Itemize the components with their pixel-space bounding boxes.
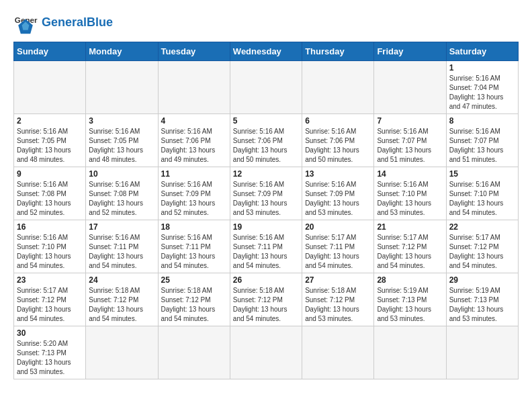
sunrise-text: Sunrise: 5:16 AM	[233, 127, 299, 136]
daylight-text: Daylight: 13 hours and 54 minutes.	[233, 305, 299, 324]
calendar-cell	[230, 326, 302, 379]
calendar-cell	[230, 61, 302, 114]
sunset-text: Sunset: 7:13 PM	[17, 349, 83, 358]
calendar-cell: 9Sunrise: 5:16 AMSunset: 7:08 PMDaylight…	[14, 167, 86, 220]
day-number: 29	[449, 275, 515, 285]
day-number: 18	[161, 222, 227, 232]
calendar-cell: 2Sunrise: 5:16 AMSunset: 7:05 PMDaylight…	[14, 114, 86, 167]
day-info: Sunrise: 5:20 AMSunset: 7:13 PMDaylight:…	[17, 339, 83, 377]
daylight-text: Daylight: 13 hours and 54 minutes.	[89, 252, 154, 271]
calendar-cell: 19Sunrise: 5:16 AMSunset: 7:11 PMDayligh…	[230, 220, 302, 273]
day-info: Sunrise: 5:16 AMSunset: 7:11 PMDaylight:…	[161, 233, 227, 271]
day-info: Sunrise: 5:18 AMSunset: 7:12 PMDaylight:…	[233, 286, 299, 324]
sunrise-text: Sunrise: 5:16 AM	[305, 180, 371, 189]
header: General GeneralBlue	[13, 11, 519, 35]
daylight-text: Daylight: 13 hours and 48 minutes.	[89, 146, 154, 165]
calendar-cell: 8Sunrise: 5:16 AMSunset: 7:07 PMDaylight…	[446, 114, 518, 167]
daylight-text: Daylight: 13 hours and 53 minutes.	[305, 305, 371, 324]
day-info: Sunrise: 5:16 AMSunset: 7:08 PMDaylight:…	[89, 180, 154, 218]
calendar-cell: 30Sunrise: 5:20 AMSunset: 7:13 PMDayligh…	[14, 326, 86, 379]
calendar-cell: 7Sunrise: 5:16 AMSunset: 7:07 PMDaylight…	[374, 114, 446, 167]
day-number: 1	[449, 63, 515, 73]
sunrise-text: Sunrise: 5:16 AM	[17, 233, 83, 242]
daylight-text: Daylight: 13 hours and 54 minutes.	[89, 305, 154, 324]
day-info: Sunrise: 5:17 AMSunset: 7:12 PMDaylight:…	[17, 286, 83, 324]
day-info: Sunrise: 5:16 AMSunset: 7:09 PMDaylight:…	[233, 180, 299, 218]
weekday-header-monday: Monday	[86, 42, 158, 61]
calendar-cell	[14, 61, 86, 114]
sunset-text: Sunset: 7:11 PM	[89, 242, 154, 252]
logo: General GeneralBlue	[13, 11, 113, 35]
sunrise-text: Sunrise: 5:17 AM	[449, 233, 515, 242]
daylight-text: Daylight: 13 hours and 52 minutes.	[161, 199, 227, 218]
sunset-text: Sunset: 7:10 PM	[377, 189, 443, 199]
day-info: Sunrise: 5:16 AMSunset: 7:06 PMDaylight:…	[161, 127, 227, 165]
day-info: Sunrise: 5:16 AMSunset: 7:11 PMDaylight:…	[89, 233, 154, 271]
daylight-text: Daylight: 13 hours and 48 minutes.	[17, 146, 83, 165]
sunset-text: Sunset: 7:06 PM	[161, 136, 227, 146]
sunrise-text: Sunrise: 5:16 AM	[89, 180, 154, 189]
calendar-cell: 24Sunrise: 5:18 AMSunset: 7:12 PMDayligh…	[86, 273, 158, 326]
day-number: 11	[161, 169, 227, 179]
day-info: Sunrise: 5:17 AMSunset: 7:12 PMDaylight:…	[449, 233, 515, 271]
calendar-cell: 22Sunrise: 5:17 AMSunset: 7:12 PMDayligh…	[446, 220, 518, 273]
daylight-text: Daylight: 13 hours and 53 minutes.	[377, 305, 443, 324]
daylight-text: Daylight: 13 hours and 53 minutes.	[17, 358, 83, 377]
sunrise-text: Sunrise: 5:16 AM	[161, 233, 227, 242]
weekday-header-sunday: Sunday	[14, 42, 86, 61]
day-number: 17	[89, 222, 154, 232]
day-number: 23	[17, 275, 83, 285]
calendar-cell: 18Sunrise: 5:16 AMSunset: 7:11 PMDayligh…	[158, 220, 230, 273]
day-info: Sunrise: 5:16 AMSunset: 7:11 PMDaylight:…	[233, 233, 299, 271]
sunset-text: Sunset: 7:10 PM	[17, 242, 83, 252]
calendar-cell	[302, 61, 374, 114]
calendar-cell: 13Sunrise: 5:16 AMSunset: 7:09 PMDayligh…	[302, 167, 374, 220]
sunset-text: Sunset: 7:12 PM	[449, 242, 515, 252]
sunrise-text: Sunrise: 5:18 AM	[89, 286, 154, 295]
day-info: Sunrise: 5:16 AMSunset: 7:07 PMDaylight:…	[377, 127, 443, 165]
sunrise-text: Sunrise: 5:16 AM	[233, 233, 299, 242]
day-number: 28	[377, 275, 443, 285]
daylight-text: Daylight: 13 hours and 49 minutes.	[161, 146, 227, 165]
calendar-cell	[158, 61, 230, 114]
sunrise-text: Sunrise: 5:16 AM	[305, 127, 371, 136]
calendar-cell	[446, 326, 518, 379]
sunrise-text: Sunrise: 5:16 AM	[89, 127, 154, 136]
sunrise-text: Sunrise: 5:16 AM	[377, 180, 443, 189]
sunrise-text: Sunrise: 5:16 AM	[17, 127, 83, 136]
calendar-cell: 17Sunrise: 5:16 AMSunset: 7:11 PMDayligh…	[86, 220, 158, 273]
calendar-cell: 16Sunrise: 5:16 AMSunset: 7:10 PMDayligh…	[14, 220, 86, 273]
day-info: Sunrise: 5:16 AMSunset: 7:04 PMDaylight:…	[449, 74, 515, 111]
calendar-cell: 10Sunrise: 5:16 AMSunset: 7:08 PMDayligh…	[86, 167, 158, 220]
sunrise-text: Sunrise: 5:16 AM	[449, 74, 515, 83]
sunset-text: Sunset: 7:13 PM	[449, 295, 515, 305]
calendar-cell: 1Sunrise: 5:16 AMSunset: 7:04 PMDaylight…	[446, 61, 518, 114]
day-number: 3	[89, 116, 154, 126]
sunset-text: Sunset: 7:11 PM	[305, 242, 371, 252]
sunset-text: Sunset: 7:09 PM	[305, 189, 371, 199]
sunset-text: Sunset: 7:06 PM	[305, 136, 371, 146]
day-number: 20	[305, 222, 371, 232]
calendar-cell	[302, 326, 374, 379]
weekday-header-row: SundayMondayTuesdayWednesdayThursdayFrid…	[14, 42, 519, 61]
day-number: 5	[233, 116, 299, 126]
sunrise-text: Sunrise: 5:16 AM	[449, 127, 515, 136]
day-number: 8	[449, 116, 515, 126]
day-number: 13	[305, 169, 371, 179]
calendar-cell	[374, 326, 446, 379]
daylight-text: Daylight: 13 hours and 53 minutes.	[377, 199, 443, 218]
day-number: 9	[17, 169, 83, 179]
daylight-text: Daylight: 13 hours and 52 minutes.	[89, 199, 154, 218]
sunset-text: Sunset: 7:13 PM	[377, 295, 443, 305]
weekday-header-thursday: Thursday	[302, 42, 374, 61]
sunrise-text: Sunrise: 5:17 AM	[377, 233, 443, 242]
sunrise-text: Sunrise: 5:19 AM	[377, 286, 443, 295]
sunrise-text: Sunrise: 5:16 AM	[233, 180, 299, 189]
day-number: 10	[89, 169, 154, 179]
logo-blue: Blue	[87, 15, 113, 29]
week-row-4: 16Sunrise: 5:16 AMSunset: 7:10 PMDayligh…	[14, 220, 519, 273]
day-number: 15	[449, 169, 515, 179]
sunrise-text: Sunrise: 5:19 AM	[449, 286, 515, 295]
daylight-text: Daylight: 13 hours and 53 minutes.	[305, 199, 371, 218]
daylight-text: Daylight: 13 hours and 54 minutes.	[161, 305, 227, 324]
